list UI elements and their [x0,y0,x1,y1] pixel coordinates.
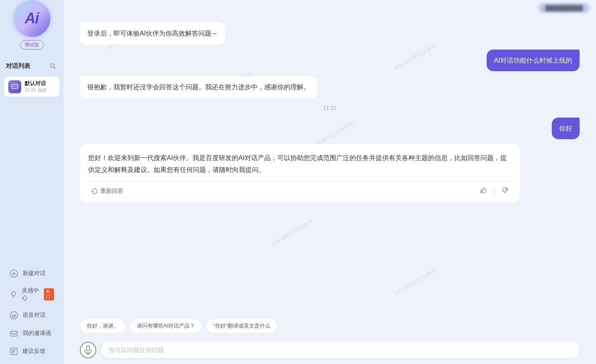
svg-rect-16 [86,346,90,351]
nav-label-feedback: 建议反馈 [23,348,45,355]
top-bar: ██████████ [63,0,596,16]
messages-area: 登录后，即可体验AI伙伴为你高效解答问题～ AI对话功能什么时候上线的 很抱歉，… [63,16,596,314]
conv-preview: 11:31 你好 [25,87,47,93]
nav-label-voice: 语音对话 [23,312,45,319]
prompt-chip-0[interactable]: 你好，谢谢。 [80,319,126,333]
conversation-item[interactable]: 默认对话 11:31 你好 [4,77,59,97]
nav-label-inspiration: 灵感中心 [22,287,39,302]
message-text: 登录后，即可体验AI伙伴为你高效解答问题～ [87,30,218,37]
ai-response-row: 您好！欢迎来到新一代搜索AI伙伴。我是百度研发的AI对话产品，可以协助您完成范围… [80,144,580,202]
ai-response-text: 您好！欢迎来到新一代搜索AI伙伴。我是百度研发的AI对话产品，可以协助您完成范围… [88,152,512,176]
svg-point-4 [14,86,15,87]
action-bar: 重新回答 | [88,181,512,197]
nav-item-voice[interactable]: 语音对话 [6,307,57,324]
ai-response-block: 您好！欢迎来到新一代搜索AI伙伴。我是百度研发的AI对话产品，可以协助您完成范围… [80,144,520,202]
message-row: 你好 [80,118,580,140]
refresh-label: 重新回答 [100,188,123,195]
prompt-chip-2[interactable]: "你好"翻译成英文是什么 [206,319,277,333]
thumbs-up-button[interactable] [477,185,490,197]
svg-point-5 [16,86,16,87]
new-chat-icon [9,269,18,278]
refresh-icon [91,188,98,194]
message-text: 你好 [559,125,572,132]
conv-section-title: 对话列表 [6,62,30,70]
input-area [63,337,596,364]
message-bubble: AI对话功能什么时候上线的 [487,50,580,72]
quick-prompts: 你好，谢谢。 请问有哪些AI对话产品？ "你好"翻译成英文是什么 [63,314,596,337]
message-text: 很抱歉，我暂时还没学会回答这个问题。我还在努力进步中，感谢你的理解。 [87,84,310,90]
timestamp: 11:31 [80,105,580,111]
inspiration-icon [9,290,18,299]
svg-point-3 [13,86,14,87]
message-bubble: 你好 [552,118,580,140]
nav-item-inspiration[interactable]: 灵感中心 热门 [6,283,57,306]
search-icon[interactable] [48,61,58,71]
message-text: AI对话功能什么时候上线的 [494,57,572,64]
message-bubble: 登录后，即可体验AI伙伴为你高效解答问题～ [80,23,225,45]
svg-point-9 [11,292,16,296]
thumbs-down-button[interactable] [499,185,512,197]
message-row: AI对话功能什么时候上线的 [80,50,580,72]
logo-circle: Ai [14,0,50,37]
conv-text: 你好 [38,87,47,93]
conv-info: 默认对话 11:31 你好 [25,80,47,93]
svg-point-10 [10,312,18,319]
user-tag[interactable]: ██████████ [539,3,589,13]
conv-name: 默认对话 [25,80,47,87]
conv-time: 11:31 [25,87,36,93]
conv-avatar [8,80,21,93]
prompt-chip-1[interactable]: 请问有哪些AI对话产品？ [130,319,202,333]
mic-icon [84,346,92,355]
nav-item-invite[interactable]: 我的邀请函 [6,325,57,342]
svg-rect-11 [11,331,17,336]
mic-button[interactable] [80,342,96,358]
refresh-button[interactable]: 重新回答 [88,186,127,197]
invite-icon [9,329,18,338]
logo-ai-text: Ai [25,10,39,27]
message-row: 很抱歉，我暂时还没学会回答这个问题。我还在努力进步中，感谢你的理解。 [80,76,580,98]
conv-header: 对话列表 [4,58,59,74]
nav-item-feedback[interactable]: 建议反馈 [6,343,57,360]
svg-line-1 [54,67,56,69]
main-chat-area: AI生成内容仅供参考 AI生成内容仅供参考 AI生成内容仅供参考 AI生成内容仅… [63,0,596,364]
message-bubble: 很抱歉，我暂时还没学会回答这个问题。我还在努力进步中，感谢你的理解。 [80,76,317,98]
logo-container: Ai 测试版 [0,0,63,50]
hot-badge: 热门 [44,288,54,301]
nav-items: 新建对话 灵感中心 热门 语音对话 [0,261,63,364]
nav-label-invite: 我的邀请函 [23,330,51,337]
vote-divider: | [493,188,495,195]
message-row: 登录后，即可体验AI伙伴为你高效解答问题～ [80,23,580,45]
conversation-section: 对话列表 默认对话 11:31 [0,58,63,98]
chat-input[interactable] [101,341,580,358]
feedback-icon [9,347,18,356]
beta-badge: 测试版 [20,40,44,50]
nav-item-new-chat[interactable]: 新建对话 [6,265,57,282]
nav-label-new-chat: 新建对话 [23,270,45,277]
sidebar: Ai 测试版 对话列表 [0,0,63,364]
voice-icon [9,311,18,320]
